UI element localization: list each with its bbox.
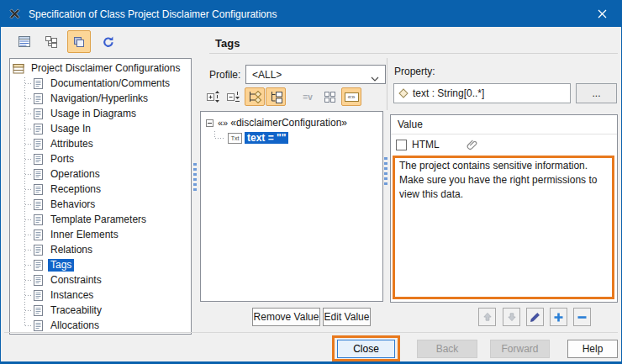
sidebar-item-allocations[interactable]: Allocations	[10, 318, 191, 333]
containment-tree-view-button[interactable]	[39, 30, 64, 53]
document-icon	[33, 77, 44, 90]
document-icon	[33, 138, 44, 150]
tree-connector	[25, 265, 32, 266]
sidebar-tree: Project Disclaimer Configurations Docume…	[10, 61, 191, 333]
sidebar-item-documentation-comments[interactable]: Documentation/Comments	[10, 76, 191, 91]
property-label: Property:	[394, 66, 435, 77]
profile-dropdown[interactable]: <ALL>	[245, 65, 386, 84]
nest-values-button[interactable]	[266, 87, 286, 106]
back-button[interactable]: Back	[417, 340, 477, 358]
document-icon	[33, 183, 44, 196]
bottom-divider	[4, 332, 618, 333]
sidebar-item-label: Operations	[48, 168, 103, 181]
help-button[interactable]: Help	[567, 340, 618, 358]
sidebar-item-attributes[interactable]: Attributes	[10, 136, 191, 151]
sidebar-item-constraints[interactable]: Constraints	[10, 272, 191, 288]
tree-connector	[25, 295, 32, 296]
show-default-values-button[interactable]: =v	[298, 87, 318, 106]
sidebar-item-label: Template Parameters	[48, 214, 149, 226]
html-checkbox[interactable]	[396, 140, 407, 150]
document-icon	[33, 259, 44, 272]
sidebar-item-instances[interactable]: Instances	[10, 288, 191, 303]
show-stereotypes-button[interactable]: «»	[341, 87, 361, 106]
tree-connector	[25, 98, 32, 99]
tags-tree-node-label: «disclaimerConfiguration»	[230, 117, 347, 129]
minus-icon	[577, 312, 588, 323]
tree-connector	[215, 138, 224, 139]
property-field[interactable]: text : String[0..*]	[393, 83, 571, 103]
page-title: Tags	[215, 37, 240, 50]
value-panel: Value HTML The project contains sensitiv…	[390, 114, 618, 303]
tree-connector	[25, 189, 32, 190]
show-values-tree-button[interactable]	[245, 87, 265, 106]
profile-label: Profile:	[209, 69, 240, 81]
group-by-button[interactable]	[320, 87, 339, 106]
sidebar-item-inner-elements[interactable]: Inner Elements	[10, 227, 191, 242]
collapse-all-button[interactable]	[224, 87, 243, 106]
sidebar-item-tags[interactable]: Tags	[10, 257, 191, 272]
remove-button[interactable]	[573, 308, 591, 326]
move-down-button[interactable]	[503, 308, 520, 326]
sidebar-item-traceability[interactable]: Traceability	[10, 303, 191, 318]
pane-divider	[387, 58, 387, 110]
refresh-icon	[102, 35, 115, 49]
left-splitter-handle[interactable]	[193, 163, 197, 193]
tags-tree-node-stereotype[interactable]: «» «disclaimerConfiguration»	[206, 115, 382, 130]
sidebar-item-relations[interactable]: Relations	[10, 242, 191, 257]
collapse-node-icon[interactable]	[206, 119, 213, 127]
spec-table-view-button[interactable]	[12, 30, 37, 53]
tag-value-text[interactable]: The project contains sensitive informati…	[393, 156, 614, 299]
right-splitter-handle[interactable]	[384, 157, 387, 187]
close-window-icon[interactable]	[582, 1, 621, 27]
value-column-header: Value	[391, 115, 617, 135]
sidebar-item-label: Ports	[48, 153, 76, 166]
sidebar-item-label: Attributes	[48, 138, 96, 150]
sidebar-item-operations[interactable]: Operations	[10, 166, 191, 182]
sidebar-item-label: Project Disclaimer Configurations	[29, 62, 182, 75]
sidebar-item-root[interactable]: Project Disclaimer Configurations	[10, 61, 191, 76]
document-icon	[33, 274, 44, 287]
expand-all-button[interactable]	[203, 87, 223, 106]
document-icon	[33, 289, 44, 302]
tree-connector	[25, 310, 32, 311]
document-icon	[33, 123, 44, 135]
tree-connector	[25, 129, 32, 129]
edit-value-button[interactable]: Edit Value	[323, 308, 371, 326]
close-button[interactable]: Close	[337, 340, 395, 358]
sidebar-item-usage-in[interactable]: Usage In	[10, 121, 191, 136]
tree-connector	[25, 83, 32, 84]
refresh-button[interactable]	[96, 30, 121, 53]
sidebar-item-label: Inner Elements	[48, 229, 121, 241]
nested-tree-icon	[269, 91, 283, 103]
tree-connector	[25, 325, 32, 326]
sidebar-item-label: Instances	[48, 289, 96, 302]
pages-view-button[interactable]	[67, 30, 91, 53]
tree-connector	[25, 113, 32, 114]
add-value-button[interactable]	[550, 308, 567, 326]
edit-button[interactable]	[526, 308, 544, 326]
sidebar-item-label: Allocations	[48, 319, 102, 332]
stereotype-icon: «»	[345, 92, 359, 102]
sidebar-item-ports[interactable]: Ports	[10, 151, 191, 166]
tags-tree-node-text[interactable]: Txt text = ""	[206, 130, 382, 145]
specification-dialog: Specification of Class Project Disclaime…	[0, 0, 622, 364]
guillemets-icon: «»	[218, 118, 228, 128]
document-icon	[33, 229, 44, 241]
move-up-button[interactable]	[478, 308, 496, 326]
document-icon	[33, 304, 44, 317]
sidebar-item-receptions[interactable]: Receptions	[10, 182, 191, 197]
forward-button[interactable]: Forward	[490, 340, 550, 358]
sidebar-item-usage-in-diagrams[interactable]: Usage in Diagrams	[10, 106, 191, 121]
remove-value-button[interactable]: Remove Value	[252, 308, 320, 326]
document-icon	[33, 198, 44, 211]
sidebar-item-template-parameters[interactable]: Template Parameters	[10, 212, 191, 227]
sidebar-item-navigation-hyperlinks[interactable]: Navigation/Hyperlinks	[10, 91, 191, 106]
tags-tree-panel: «» «disclaimerConfiguration» Txt text = …	[200, 111, 383, 302]
document-icon	[33, 168, 44, 181]
browse-property-button[interactable]: ...	[576, 83, 617, 103]
grid-icon	[324, 91, 336, 103]
class-icon	[13, 63, 24, 74]
profile-dropdown-value: <ALL>	[252, 69, 282, 81]
expand-all-icon	[206, 90, 221, 103]
sidebar-item-behaviors[interactable]: Behaviors	[10, 197, 191, 212]
